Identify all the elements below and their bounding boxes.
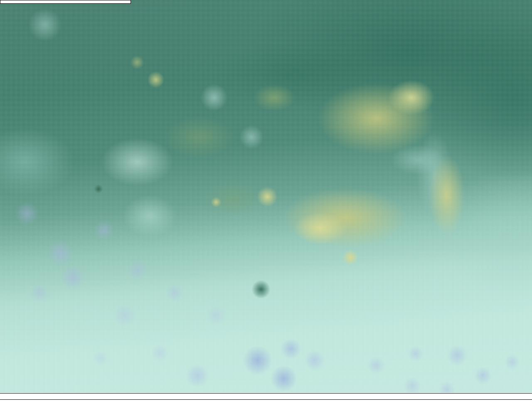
- colorbar: [0, 393, 532, 406]
- colorbar-gradient: [0, 393, 532, 400]
- map-canvas: [0, 0, 532, 393]
- title-box: [0, 0, 131, 4]
- weather-chart-screen: [0, 0, 532, 406]
- domain-corner-layer: [0, 0, 532, 393]
- colorbar-tick-labels: [0, 400, 532, 406]
